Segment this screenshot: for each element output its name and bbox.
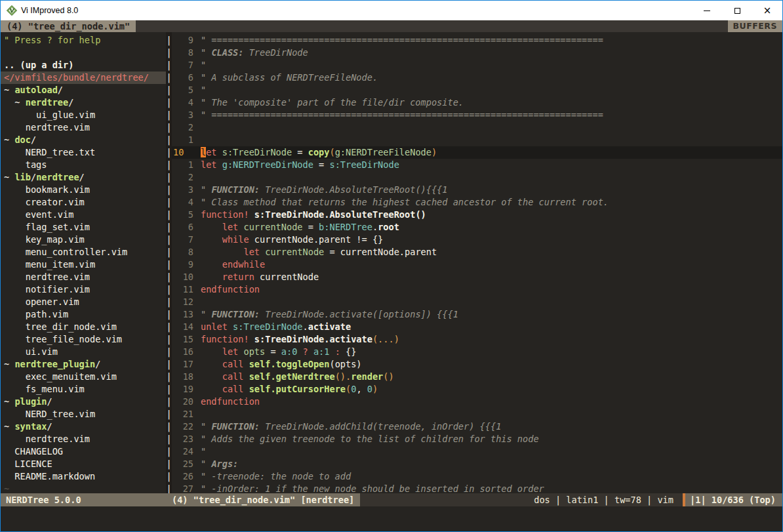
code-line[interactable]: 11endfunction <box>172 283 782 296</box>
tree-item[interactable]: exec_menuitem.vim <box>1 371 166 383</box>
token: nerdtree <box>26 97 68 108</box>
token: currentNode <box>265 247 324 257</box>
token: currentNode <box>244 222 303 232</box>
tree-item[interactable]: menu_item.vim <box>1 258 166 271</box>
code-line[interactable]: 5function! s:TreeDirNode.AbsoluteTreeRoo… <box>172 209 782 221</box>
tree-item[interactable]: LICENCE <box>1 458 166 470</box>
code-line[interactable]: 23" Adds the given treenode to the list … <box>172 433 782 445</box>
code-line[interactable]: 21 <box>172 408 782 420</box>
code-line[interactable]: 7" <box>172 59 782 72</box>
tree-item[interactable] <box>1 47 166 59</box>
code-line[interactable]: 8" CLASS: TreeDirNode <box>172 47 782 59</box>
tree-item[interactable]: opener.vim <box>1 296 166 308</box>
tree-item[interactable]: ~ nerdtree_plugin/ <box>1 358 166 371</box>
maximize-button[interactable] <box>722 1 752 20</box>
tree-item[interactable]: event.vim <box>1 209 166 221</box>
separator-pipe: | <box>166 271 172 283</box>
tree-item[interactable]: NERD_tree.txt <box>1 146 166 159</box>
token <box>201 371 222 382</box>
code-line[interactable]: 25" Args: <box>172 458 782 470</box>
tree-item[interactable]: menu_controller.vim <box>1 246 166 258</box>
tree-item[interactable]: ui.vim <box>1 346 166 358</box>
tree-item[interactable]: ~ nerdtree/ <box>1 96 166 109</box>
code-line[interactable]: 5" <box>172 84 782 96</box>
token: endfunction <box>201 396 260 407</box>
tree-item[interactable]: tree_dir_node.vim <box>1 321 166 333</box>
token: FUNCTION: <box>211 184 260 195</box>
token: l <box>201 147 206 157</box>
tree-item[interactable]: tags <box>1 159 166 171</box>
close-button[interactable]: × <box>752 1 782 20</box>
tab-tree-dir-node[interactable]: (4) "tree_dir_node.vim" <box>1 20 136 32</box>
code-line[interactable]: 10 return currentNode <box>172 271 782 283</box>
minimize-button[interactable] <box>692 1 722 20</box>
minimize-icon <box>704 10 710 11</box>
vim-window: Vi IMproved 8.0 × (4) "tree_dir_node.vim… <box>0 0 783 532</box>
code-line[interactable]: 19 call self.putCursorHere(0, 0) <box>172 383 782 396</box>
code-line[interactable]: 26" -treenode: the node to add <box>172 470 782 483</box>
tree-item[interactable]: ~ doc/ <box>1 134 166 146</box>
code-line[interactable]: 22" FUNCTION: TreeDirNode.addChild(treen… <box>172 420 782 433</box>
code-line[interactable]: 12 <box>172 296 782 308</box>
tree-item[interactable]: README.markdown <box>1 470 166 483</box>
token: nerdtree.vim <box>4 122 90 133</box>
tree-item[interactable]: flag_set.vim <box>1 221 166 234</box>
code-line[interactable]: 14unlet s:TreeDirNode.activate <box>172 321 782 333</box>
code-line[interactable]: 2 <box>172 171 782 184</box>
tree-item[interactable]: creator.vim <box>1 196 166 209</box>
window-separator[interactable]: ||||||||||||||||||||||||||||||||||||| <box>166 32 172 493</box>
tree-item[interactable]: </vimfiles/bundle/nerdtree/ <box>1 72 166 84</box>
code-line[interactable]: 6" A subclass of NERDTreeFileNode. <box>172 72 782 84</box>
tree-item[interactable]: ~ autoload/ <box>1 84 166 96</box>
code-line[interactable]: 9 endwhile <box>172 258 782 271</box>
tree-item[interactable]: ~ <box>1 483 166 493</box>
tree-item[interactable]: CHANGELOG <box>1 445 166 458</box>
tree-item[interactable]: fs_menu.vim <box>1 383 166 396</box>
tree-item[interactable]: bookmark.vim <box>1 184 166 196</box>
code-line[interactable]: 16 let opts = a:0 ? a:1 : {} <box>172 346 782 358</box>
tree-item[interactable]: ~ lib/nerdtree/ <box>1 171 166 184</box>
tree-item[interactable]: key_map.vim <box>1 234 166 246</box>
command-line[interactable] <box>1 506 782 531</box>
token <box>217 159 222 170</box>
code-line[interactable]: 15function! s:TreeDirNode.activate(...) <box>172 333 782 346</box>
code-line[interactable]: 7 while currentNode.parent != {} <box>172 234 782 246</box>
code-line[interactable]: 4" Class method that returns the highest… <box>172 196 782 209</box>
line-number: 26 <box>172 470 193 483</box>
code-line[interactable]: 13" FUNCTION: TreeDirNode.activate([opti… <box>172 308 782 321</box>
tree-item[interactable]: NERD_tree.vim <box>1 408 166 420</box>
tree-item[interactable]: nerdtree.vim <box>1 271 166 283</box>
token: nerdtree.vim <box>4 434 90 444</box>
code-line[interactable]: 20endfunction <box>172 396 782 408</box>
code-line[interactable]: 17 call self.toggleOpen(opts) <box>172 358 782 371</box>
tree-item[interactable]: " Press ? for help <box>1 34 166 47</box>
code-line[interactable]: 6 let currentNode = b:NERDTree.root <box>172 221 782 234</box>
tree-item[interactable]: path.vim <box>1 308 166 321</box>
code-line[interactable]: 9" =====================================… <box>172 34 782 47</box>
tree-item[interactable]: .. (up a dir) <box>1 59 166 72</box>
code-line[interactable]: 27" -inOrder: 1 if the new node should b… <box>172 483 782 493</box>
separator-pipe: | <box>166 59 172 72</box>
token: " Class method that returns the highest … <box>201 197 609 207</box>
token <box>244 384 249 394</box>
token: README.markdown <box>4 471 95 481</box>
code-line[interactable]: 3" FUNCTION: TreeDirNode.AbsoluteTreeRoo… <box>172 184 782 196</box>
token: s:TreeDirNode <box>329 159 399 170</box>
code-line[interactable]: 1 <box>172 134 782 146</box>
code-line[interactable]: 18 call self.getNerdtree().render() <box>172 371 782 383</box>
code-line[interactable]: 2 <box>172 121 782 134</box>
code-line-current[interactable]: 10let s:TreeDirNode = copy(g:NERDTreeFil… <box>172 146 782 159</box>
code-line[interactable]: 1let g:NERDTreeDirNode = s:TreeDirNode <box>172 159 782 171</box>
tree-item[interactable]: ui_glue.vim <box>1 109 166 121</box>
tree-item[interactable]: nerdtree.vim <box>1 121 166 134</box>
tree-item[interactable]: ~ syntax/ <box>1 420 166 433</box>
code-line[interactable]: 4" The 'composite' part of the file/dir … <box>172 96 782 109</box>
tree-item[interactable]: tree_file_node.vim <box>1 333 166 346</box>
tree-item[interactable]: ~ plugin/ <box>1 396 166 408</box>
tree-item[interactable]: notifier.vim <box>1 283 166 296</box>
tree-item[interactable]: nerdtree.vim <box>1 433 166 445</box>
code-line[interactable]: 3" =====================================… <box>172 109 782 121</box>
code-line[interactable]: 24" <box>172 445 782 458</box>
line-number: 10 <box>172 271 193 283</box>
code-line[interactable]: 8 let currentNode = currentNode.parent <box>172 246 782 258</box>
